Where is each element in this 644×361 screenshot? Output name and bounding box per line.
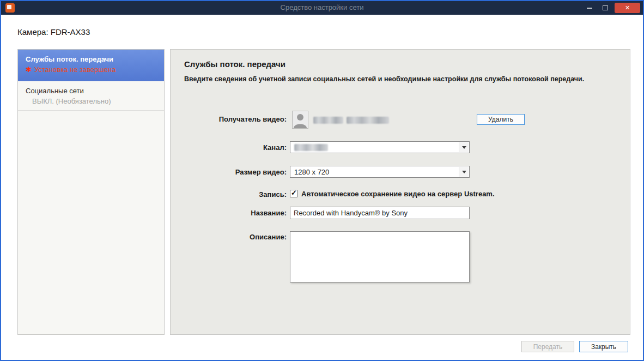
- recipient-name-redacted: [347, 117, 389, 124]
- camera-model-label: Камера: FDR-AX33: [17, 27, 90, 37]
- chevron-down-icon: [462, 146, 466, 149]
- channel-value-redacted: [294, 144, 328, 151]
- close-button[interactable]: ✕: [615, 3, 640, 13]
- recipient-name-redacted: [313, 117, 343, 124]
- sidebar: Службы поток. передачи ✱ Установка не за…: [17, 49, 165, 335]
- autosave-checkbox[interactable]: ✓: [290, 190, 297, 197]
- minimize-button[interactable]: [581, 3, 597, 14]
- checkmark-icon: ✓: [291, 189, 297, 197]
- title-field-label: Название:: [171, 209, 287, 217]
- video-size-dropdown-button: [459, 167, 469, 177]
- sidebar-item-status-text: ВЫКЛ. (Необязательно): [32, 97, 164, 105]
- sidebar-item-label: Социальные сети: [26, 87, 164, 95]
- delete-button[interactable]: Удалить: [477, 114, 525, 125]
- channel-label: Канал:: [171, 143, 287, 152]
- chevron-down-icon: [462, 171, 466, 173]
- channel-select[interactable]: [290, 141, 470, 153]
- window-controls: ✕: [581, 2, 640, 14]
- video-size-value: 1280 x 720: [294, 168, 329, 176]
- recipient-label: Получатель видео:: [171, 115, 287, 123]
- autosave-checkbox-label[interactable]: Автоматическое сохранение видео на серве…: [301, 190, 495, 198]
- titlebar[interactable]: Средство настройки сети ✕: [1, 1, 643, 15]
- minimize-icon: [587, 8, 592, 9]
- channel-dropdown-button: [459, 142, 469, 152]
- sidebar-item-social[interactable]: Социальные сети ВЫКЛ. (Необязательно): [18, 81, 164, 111]
- person-icon: [293, 111, 308, 128]
- video-size-label: Размер видео:: [171, 168, 287, 176]
- incomplete-asterisk-icon: ✱: [26, 65, 32, 74]
- description-field-label: Описание:: [171, 233, 287, 241]
- transfer-button[interactable]: Передать: [521, 341, 574, 352]
- main-panel: Службы поток. передачи Введите сведения …: [170, 49, 630, 335]
- maximize-button[interactable]: [597, 3, 613, 14]
- title-input[interactable]: [290, 207, 470, 219]
- sidebar-item-streaming[interactable]: Службы поток. передачи ✱ Установка не за…: [18, 50, 164, 81]
- recipient-avatar: [292, 111, 308, 129]
- close-icon: ✕: [625, 4, 630, 11]
- video-size-select[interactable]: 1280 x 720: [290, 166, 470, 178]
- sidebar-item-status-text: Установка не завершена: [34, 65, 116, 74]
- app-window: Средство настройки сети ✕ Камера: FDR-AX…: [0, 0, 644, 361]
- close-footer-button[interactable]: Закрыть: [579, 341, 628, 352]
- window-title: Средство настройки сети: [1, 3, 643, 11]
- description-textarea[interactable]: [290, 231, 470, 282]
- sidebar-item-status: ✱ Установка не завершена: [26, 65, 164, 74]
- page-title: Службы поток. передачи: [184, 59, 285, 69]
- maximize-icon: [603, 5, 608, 10]
- sidebar-item-label: Службы поток. передачи: [26, 55, 164, 63]
- record-label: Запись:: [171, 190, 287, 198]
- page-description: Введите сведения об учетной записи социа…: [184, 75, 619, 83]
